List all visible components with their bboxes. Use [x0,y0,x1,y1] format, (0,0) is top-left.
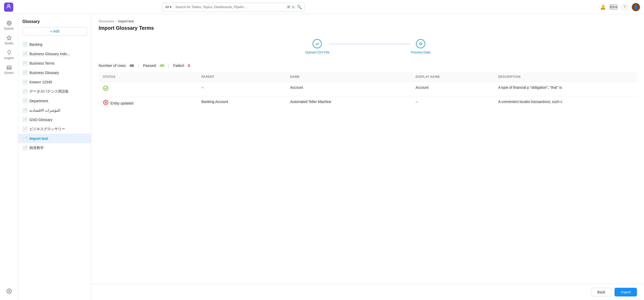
sidebar-title: Glossary [18,14,91,27]
breadcrumb: Glossaries / Import test [99,19,637,23]
search-input[interactable] [175,5,284,9]
search-all-label: All [165,5,169,9]
svg-point-1 [8,5,9,6]
quality-label: Quality [5,42,13,45]
sidebar-item-quality[interactable]: Quality [1,33,18,47]
sidebar-item-data-governance[interactable]: 📄 データガバナンス用語集 [18,87,91,96]
step-preview-circle [416,39,425,48]
sidebar-item-department[interactable]: 📄 Department [18,96,91,106]
insights-label: Insights [4,56,14,59]
star-icon [6,35,12,41]
sidebar-item-business-glossary-jp[interactable]: 📄 ビジネスグロッサリー [18,124,91,134]
glossary-icon: 📄 [22,145,27,150]
main-layout: Explore Quality Insights Govern [0,14,644,300]
table-row: -- Account Account A type of financial p… [99,82,637,96]
sidebar-item-explore[interactable]: Explore [1,18,18,32]
keyboard-shortcut: ⌘ K [286,5,295,9]
nav-right: 🔔 EN ▾ ? 👤 [600,3,640,11]
glossary-icon: 📄 [22,42,27,47]
sidebar-item-business-glossary-indo[interactable]: 📄 Business Glossary Indo... [18,49,91,58]
sidebar-item-indicators[interactable]: 📄 المؤشرات الاقتصادية [18,106,91,115]
icon-nav: Explore Quality Insights Govern [0,14,18,300]
step-connector [329,44,411,44]
sidebar-item-gso[interactable]: 📄 GSO Glossary [18,115,91,124]
svg-point-9 [8,290,10,292]
sidebar-item-label: Import test [29,137,48,141]
step-preview: Preview Data [411,39,430,54]
name-cell: Account [286,82,412,96]
success-icon [103,86,109,92]
col-status: STATUS [99,72,197,82]
breadcrumb-glossaries[interactable]: Glossaries [99,19,114,23]
steps-wizard: Upload CSV File Preview Data [99,39,637,54]
kbd-k: K [292,5,295,9]
sidebar-item-label: 精准教学 [29,146,44,150]
display-name-cell: Account [412,82,494,96]
sidebar-item-label: Business Glossary Indo... [29,52,70,56]
stats-passed-prefix: Passed: [143,63,157,68]
sidebar-item-insights[interactable]: Insights [1,48,18,62]
sidebar-item-business-terms[interactable]: 📄 Business Terms [18,58,91,68]
sidebar-item-label: المؤشرات الاقتصادية [29,108,60,112]
top-nav: All ▾ ⌘ K 🔍 🔔 EN ▾ ? 👤 [0,0,644,14]
svg-rect-8 [10,67,11,69]
help-icon[interactable]: ? [622,4,628,10]
page-title: Import Glossary Terms [99,25,637,31]
import-button[interactable]: Import [615,288,637,296]
col-description: DESCRIPTION [494,72,637,82]
explore-label: Explore [4,27,14,30]
sidebar-item-label: GSO Glossary [29,118,52,122]
glossary-icon: 📄 [22,80,27,84]
sidebar: Glossary + Add 📄 Banking 📄 Business Glos… [18,14,91,300]
settings-icon [6,288,12,294]
glossary-icon: 📄 [22,70,27,75]
back-button[interactable]: Back [591,288,611,296]
description-cell: A convenient locatio transactions, such … [494,96,637,110]
avatar[interactable]: 👤 [632,3,640,11]
sidebar-item-label: ビジネスグロッサリー [29,127,65,131]
stats-failed-prefix: Failed: [173,63,185,68]
col-parent: PARENT [197,72,286,82]
glossary-icon: 📄 [22,89,27,94]
breadcrumb-current: Import test [118,19,134,23]
sidebar-item-business-glossary[interactable]: 📄 Business Glossary [18,68,91,77]
sidebar-item-govern[interactable]: Govern [1,63,18,76]
step-upload-circle [313,39,322,48]
svg-marker-5 [7,36,11,40]
add-button[interactable]: + Add [22,27,87,36]
stats-prefix: Number of rows: [99,63,127,68]
col-display-name: DISPLAY NAME [412,72,494,82]
sidebar-list: 📄 Banking 📄 Business Glossary Indo... 📄 … [18,40,91,153]
sidebar-item-banking[interactable]: 📄 Banking [18,40,91,49]
glossary-icon: 📄 [22,51,27,56]
language-selector[interactable]: EN ▾ [610,5,618,9]
stats-row: Number of rows: 46 | Passed: 45 | Failed… [99,63,637,68]
name-cell: Automated Teller Machine [286,96,412,110]
content-inner: Glossaries / Import test Import Glossary… [91,14,644,284]
sidebar-item-jingzhun[interactable]: 📄 精准教学 [18,143,91,153]
sidebar-item-label: Business Glossary [29,71,59,75]
search-all-dropdown[interactable]: All ▾ [165,5,174,9]
parent-cell: Banking.Account [197,96,286,110]
footer-bar: Back Import [91,284,644,300]
glossary-icon: 📄 [22,98,27,103]
glossary-icon: 📄 [22,117,27,122]
parent-cell: -- [197,82,286,96]
svg-point-10 [103,86,108,91]
glossary-icon: 📄 [22,108,27,113]
sidebar-item-import-test[interactable]: 📄 Import test [18,134,91,143]
lang-label: EN [610,5,615,9]
stats-passed: 45 [160,63,164,68]
search-icon: 🔍 [297,5,302,9]
bell-icon[interactable]: 🔔 [600,4,606,10]
step-upload: Upload CSV File [305,39,329,54]
sidebar-item-client[interactable]: 📄 Клиент 12345 [18,77,91,87]
search-bar: All ▾ ⌘ K 🔍 [162,3,305,12]
step-preview-label: Preview Data [411,50,430,54]
description-cell: A type of financial p "obligation", "tha… [494,82,637,96]
stats-failed: 3 [188,63,190,68]
breadcrumb-sep: / [116,19,117,23]
table-header-row: STATUS PARENT NAME DISPLAY NAME DESCRIPT… [99,72,637,82]
table-row: Entity updated Banking.Account Automated… [99,96,637,110]
sidebar-item-settings[interactable] [1,286,18,296]
